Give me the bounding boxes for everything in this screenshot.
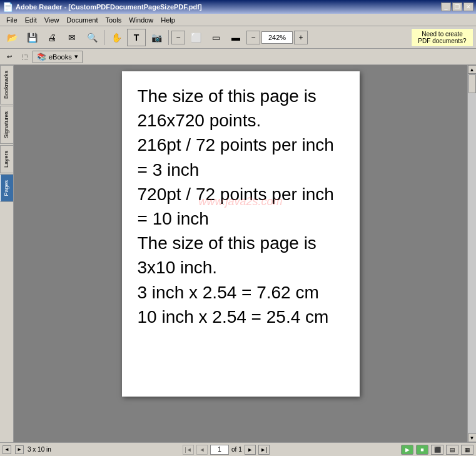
pdf-line-7: 3x10 inch. (138, 258, 218, 277)
pdf-line-8: 3 inch x 2.54 = 7.62 cm (138, 283, 319, 302)
main-area: Bookmarks Signatures Layers Pages www.ja… (0, 65, 476, 442)
scroll-right-button[interactable]: ► (15, 445, 24, 454)
pdf-line-6: The size of this page is (138, 233, 316, 253)
page-navigation: |◄ ◄ of 1 ► ►| (51, 445, 401, 455)
status-bar: ◄ ► 3 x 10 in |◄ ◄ of 1 ► ►| ▶ ■ ⬛ ▤ ▦ (0, 442, 476, 456)
ad-text: Need to create PDF documents? (418, 31, 466, 44)
back-button[interactable]: ↩ (3, 51, 16, 63)
menu-edit[interactable]: Edit (21, 15, 41, 25)
sidebar-item-bookmarks[interactable]: Bookmarks (0, 65, 14, 104)
sidebar-item-pages[interactable]: Pages (0, 175, 14, 202)
separator-2 (168, 30, 169, 45)
zoom-plus-button[interactable]: + (294, 31, 308, 44)
fullscreen-button[interactable]: ⬛ (431, 445, 443, 455)
zoom-minus-button[interactable]: − (246, 31, 260, 44)
pdf-line-0: The size of this page is (138, 86, 316, 106)
restore-button[interactable]: ❐ (452, 3, 462, 11)
pdf-line-2: 216pt / 72 points per inch (138, 135, 334, 155)
layout-button[interactable]: ▦ (461, 445, 473, 455)
open-button[interactable]: 📂 (3, 29, 21, 46)
sidebar-item-signatures[interactable]: Signatures (0, 106, 14, 144)
page-size-label: 3 x 10 in (28, 446, 51, 453)
scrollbar-track[interactable] (468, 74, 477, 433)
spread-button[interactable]: ▤ (446, 445, 458, 455)
zoom-area: − ⬜ ▭ ▬ − + (171, 29, 308, 46)
save-button[interactable]: 💾 (23, 29, 41, 46)
fit-width-button[interactable]: ▭ (206, 29, 225, 46)
ebooks-button[interactable]: 📚 eBooks ▾ (33, 51, 83, 63)
menu-window[interactable]: Window (125, 15, 157, 25)
audio-stop-button[interactable]: ■ (416, 445, 428, 455)
scroll-up-button[interactable]: ▲ (468, 65, 477, 74)
ebooks-icon: 📚 (37, 53, 46, 61)
print-button[interactable]: 🖨 (43, 29, 61, 46)
pdf-viewer: www.java2s.com The size of this page is … (14, 65, 467, 442)
next-page-button[interactable]: ► (245, 445, 256, 455)
app-icon: 📄 (3, 2, 13, 12)
page-of-label: of 1 (231, 446, 242, 453)
zoom-out-button[interactable]: − (171, 31, 185, 44)
title-bar-controls[interactable]: _ ❐ ✕ (441, 3, 473, 11)
pdf-line-3: = 3 inch (138, 160, 200, 180)
close-button[interactable]: ✕ (463, 3, 473, 11)
sidebar-item-layers[interactable]: Layers (0, 145, 14, 173)
zoom-input[interactable] (261, 31, 293, 44)
menu-tools[interactable]: Tools (102, 15, 126, 25)
search-button[interactable]: 🔍 (83, 29, 101, 46)
pdf-line-4: 720pt / 72 points per inch (138, 185, 334, 204)
first-page-button[interactable]: |◄ (183, 445, 194, 455)
pdf-page: www.java2s.com The size of this page is … (122, 71, 360, 397)
scrollbar-thumb[interactable] (468, 74, 476, 93)
ebooks-label: eBooks (49, 53, 72, 61)
title-bar: 📄 Adobe Reader - [CustomPDFDocumentPageS… (0, 0, 476, 14)
right-scrollbar: ▲ ▼ (467, 65, 476, 442)
hand-tool-button[interactable]: ✋ (107, 29, 126, 46)
status-left: ◄ ► 3 x 10 in (3, 445, 51, 454)
pdf-line-5: = 10 inch (138, 209, 209, 228)
pdf-content: The size of this page is 216x720 points.… (138, 84, 344, 329)
menu-document[interactable]: Document (63, 15, 101, 25)
title-bar-left: 📄 Adobe Reader - [CustomPDFDocumentPageS… (3, 2, 202, 12)
status-right: ▶ ■ ⬛ ▤ ▦ (401, 445, 473, 455)
text-tool-button[interactable]: T (127, 29, 146, 46)
ebooks-chevron-icon: ▾ (74, 53, 78, 61)
title-bar-title: Adobe Reader - [CustomPDFDocumentPageSiz… (16, 3, 202, 11)
page-number-input[interactable] (210, 445, 229, 455)
menu-view[interactable]: View (41, 15, 63, 25)
last-page-button[interactable]: ►| (258, 445, 270, 455)
fit-visible-button[interactable]: ▬ (226, 29, 245, 46)
minimize-button[interactable]: _ (441, 3, 451, 11)
audio-play-button[interactable]: ▶ (401, 445, 413, 455)
pdf-line-1: 216x720 points. (138, 111, 261, 130)
secondary-toolbar: ↩ ⬚ 📚 eBooks ▾ (0, 49, 476, 65)
menu-file[interactable]: File (3, 15, 21, 25)
left-tabs: Bookmarks Signatures Layers Pages (0, 65, 14, 442)
main-toolbar: 📂 💾 🖨 ✉ 🔍 ✋ T 📷 − ⬜ ▭ ▬ − + Need to crea… (0, 26, 476, 49)
email-button[interactable]: ✉ (63, 29, 81, 46)
prev-page-button[interactable]: ◄ (196, 445, 208, 455)
scroll-left-button[interactable]: ◄ (3, 445, 11, 454)
menu-bar: File Edit View Document Tools Window Hel… (0, 14, 476, 26)
forward-button[interactable]: ⬚ (18, 51, 31, 63)
snapshot-button[interactable]: 📷 (147, 29, 166, 46)
ad-area[interactable]: Need to create PDF documents? (411, 28, 473, 47)
scroll-down-button[interactable]: ▼ (468, 433, 477, 442)
menu-help[interactable]: Help (157, 15, 179, 25)
pdf-line-9: 10 inch x 2.54 = 25.4 cm (138, 307, 329, 327)
fit-page-button[interactable]: ⬜ (186, 29, 205, 46)
separator-1 (104, 30, 104, 45)
